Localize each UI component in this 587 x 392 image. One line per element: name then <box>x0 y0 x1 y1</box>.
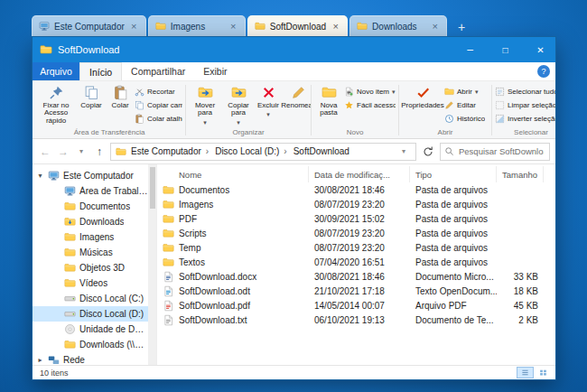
file-row[interactable]: Imagens 08/07/2019 23:20 Pasta de arquiv… <box>157 197 555 211</box>
refresh-button[interactable] <box>420 144 436 160</box>
paste-shortcut-button[interactable]: Colar atalho <box>135 112 182 125</box>
title-bar[interactable]: SoftDownload <box>33 37 555 62</box>
file-row[interactable]: SoftDownload.odt 21/10/2021 17:18 Texto … <box>157 284 555 298</box>
copy-button[interactable]: Copiar <box>77 84 106 110</box>
help-icon[interactable] <box>537 65 550 78</box>
column-header[interactable]: Tipo <box>410 166 497 182</box>
sidebar-item[interactable]: Imagens <box>33 229 148 245</box>
file-row[interactable]: Textos 07/04/2020 16:51 Pasta de arquivo… <box>157 255 555 269</box>
details-view-button[interactable] <box>517 367 534 378</box>
recent-locations-caret-icon[interactable] <box>74 145 89 159</box>
new-tab-button[interactable] <box>452 18 471 36</box>
file-name: SoftDownload.pdf <box>179 301 250 311</box>
explorer-tab[interactable]: Este Computador <box>32 15 146 36</box>
invert-selection-button[interactable]: Inverter seleção <box>495 112 555 125</box>
sidebar-item[interactable]: ▸ Rede <box>33 352 148 365</box>
address-box[interactable]: Este ComputadorDisco Local (D:)SoftDownl… <box>110 143 416 161</box>
file-row[interactable]: SoftDownload.docx 30/08/2021 18:46 Docum… <box>157 269 555 284</box>
history-button[interactable]: Histórico <box>444 112 485 125</box>
cut-button[interactable]: Recortar <box>135 85 182 98</box>
copy-to-button[interactable]: Copiar para <box>222 84 255 127</box>
ribbon-group-select: Selecionar tudo Limpar seleção Inverter … <box>492 82 555 138</box>
search-box[interactable] <box>440 143 550 161</box>
column-header[interactable]: Nome <box>157 166 309 182</box>
tab-close-icon[interactable] <box>228 22 238 32</box>
breadcrumb-item[interactable]: SoftDownload <box>293 146 350 156</box>
explorer-tab[interactable]: Downloads <box>349 15 447 36</box>
sidebar-scrollbar[interactable] <box>148 164 156 365</box>
easy-access-button[interactable]: Fácil acesso <box>344 98 396 111</box>
copy-path-button[interactable]: Copiar caminho <box>135 98 182 111</box>
maximize-button[interactable] <box>490 37 520 62</box>
sidebar-item-label: Vídeos <box>79 278 107 288</box>
close-button[interactable] <box>526 37 555 62</box>
forward-button[interactable] <box>56 145 70 159</box>
expander-icon[interactable]: ▾ <box>36 172 44 180</box>
expander-icon[interactable]: ▸ <box>36 356 44 364</box>
dropdown-caret-icon <box>475 88 479 96</box>
thumbnails-view-button[interactable] <box>535 367 552 378</box>
address-dropdown-caret-icon[interactable] <box>396 145 411 159</box>
ribbon-tab-home[interactable]: Início <box>79 62 122 80</box>
new-item-button[interactable]: Novo item <box>344 85 396 98</box>
scrollbar-thumb[interactable] <box>150 167 155 209</box>
new-folder-button[interactable]: Nova pasta <box>314 84 343 118</box>
file-date: 08/07/2019 23:20 <box>309 200 410 210</box>
organize-group-label: Organizar <box>186 128 311 138</box>
dropdown-caret-icon <box>237 119 240 126</box>
sidebar-item[interactable]: Disco Local (D:) <box>33 306 148 322</box>
clear-selection-button[interactable]: Limpar seleção <box>495 98 555 111</box>
clear-selection-icon <box>495 100 505 110</box>
sidebar-item-label: Disco Local (C:) <box>79 294 144 303</box>
move-to-button[interactable]: Mover para <box>189 84 221 127</box>
tab-close-icon[interactable] <box>430 22 440 32</box>
breadcrumb-item[interactable]: Este Computador <box>130 146 214 156</box>
sidebar-item[interactable]: Downloads (\\192.168... <box>33 337 148 352</box>
ribbon-group-clipboard: Fixar no Acesso rápido Copiar Colar Reco… <box>33 82 185 138</box>
file-row[interactable]: SoftDownload.txt 06/10/2021 19:13 Docume… <box>157 313 555 327</box>
sidebar-item[interactable]: Objetos 3D <box>33 260 148 275</box>
column-header[interactable]: Data de modificaç... <box>309 166 410 182</box>
ribbon-tab-share[interactable]: Compartilhar <box>122 62 194 80</box>
delete-button[interactable]: Excluir <box>256 84 281 120</box>
new-group-label: Novo <box>312 128 398 138</box>
paste-button[interactable]: Colar <box>107 84 134 110</box>
folder-icon <box>163 242 174 254</box>
rename-button[interactable]: Renomear <box>282 84 311 110</box>
column-header[interactable]: Tamanho <box>497 166 544 182</box>
file-size: 18 KB <box>497 286 544 296</box>
ribbon-tab-file[interactable]: Arquivo <box>33 62 79 80</box>
back-button[interactable] <box>38 145 52 159</box>
up-button[interactable] <box>92 145 107 159</box>
tab-close-icon[interactable] <box>129 22 139 32</box>
pin-to-quick-access-button[interactable]: Fixar no Acesso rápido <box>36 84 76 126</box>
file-row[interactable]: Scripts 08/07/2019 23:20 Pasta de arquiv… <box>157 226 555 240</box>
sidebar-item[interactable]: Documentos <box>33 199 148 214</box>
properties-button[interactable]: Propriedades <box>402 84 443 110</box>
sidebar-item[interactable]: Downloads <box>33 214 148 229</box>
explorer-window: SoftDownload Arquivo Início Compartilhar… <box>32 36 556 380</box>
ribbon-tab-view[interactable]: Exibir <box>194 62 236 80</box>
paste-shortcut-label: Colar atalho <box>147 115 182 123</box>
sidebar-item[interactable]: Músicas <box>33 245 148 260</box>
open-button[interactable]: Abrir <box>444 85 485 98</box>
sidebar-item[interactable]: Vídeos <box>33 275 148 291</box>
breadcrumb-item[interactable]: Disco Local (D:) <box>214 146 292 156</box>
sidebar-item[interactable]: Unidade de DVD (E:) D... <box>33 322 148 337</box>
tab-close-icon[interactable] <box>331 22 340 32</box>
file-row[interactable]: SoftDownload.pdf 14/05/2014 00:07 Arquiv… <box>157 298 555 313</box>
file-row[interactable]: PDF 30/09/2021 15:02 Pasta de arquivos <box>157 211 555 226</box>
sidebar-item[interactable]: ▾ Este Computador <box>33 168 148 183</box>
file-row[interactable]: Temp 08/07/2019 23:20 Pasta de arquivos <box>157 240 555 255</box>
minimize-button[interactable] <box>455 37 485 62</box>
new-folder-label: Nova pasta <box>315 102 342 117</box>
sidebar-item[interactable]: Disco Local (C:) <box>33 291 148 306</box>
explorer-tab[interactable]: Imagens <box>148 15 246 36</box>
file-row[interactable]: Documentos 30/08/2021 18:46 Pasta de arq… <box>157 182 555 197</box>
pin-label: Fixar no Acesso rápido <box>37 102 75 125</box>
sidebar-item[interactable]: Área de Trabalho <box>33 183 148 199</box>
edit-button[interactable]: Editar <box>444 98 485 111</box>
select-all-button[interactable]: Selecionar tudo <box>495 85 555 98</box>
explorer-tab[interactable]: SoftDownload <box>247 15 348 36</box>
search-input[interactable] <box>457 145 545 157</box>
